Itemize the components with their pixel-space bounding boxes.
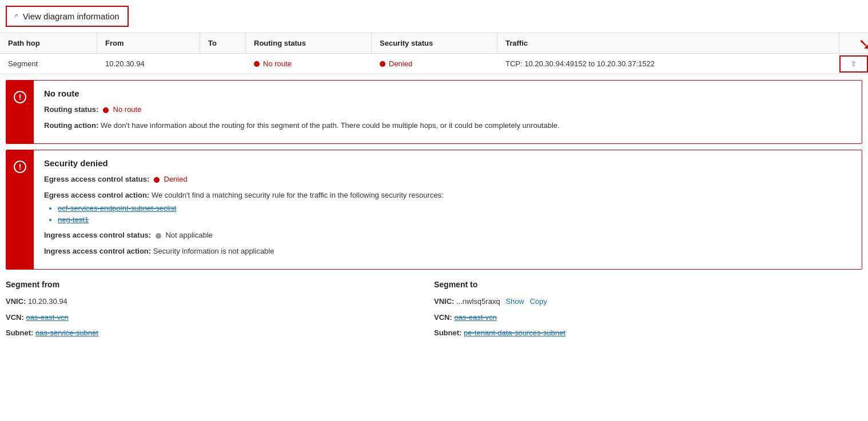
- ingress-action-row: Ingress access control action: Security …: [44, 246, 851, 257]
- segment-from-title: Segment from: [6, 280, 423, 289]
- egress-action-row: Egress access control action: We couldn'…: [44, 190, 851, 226]
- routing-action-text: We don't have information about the rout…: [101, 121, 560, 130]
- security-card-sidebar: !: [6, 150, 34, 269]
- view-diagram-button[interactable]: ^ View diagram information: [6, 6, 129, 27]
- expand-button[interactable]: ➘ ⇧: [839, 55, 868, 73]
- ingress-action-label: Ingress access control action:: [44, 247, 151, 255]
- segment-to-subnet-label: Subnet:: [434, 328, 461, 337]
- routing-status-label: Routing status:: [44, 105, 98, 114]
- egress-dot-wrap: [154, 175, 164, 183]
- th-path-hop: Path hop: [0, 33, 97, 53]
- egress-action-label: Egress access control action:: [44, 191, 149, 199]
- routing-status-row: Routing status: No route: [44, 104, 851, 115]
- routing-status-value: No route: [263, 59, 292, 68]
- egress-dot: [154, 177, 160, 183]
- egress-action-text: We couldn't find a matching security rul…: [152, 191, 444, 199]
- segment-section: Segment from VNIC: 10.20.30.94 VCN: oas-…: [6, 280, 862, 343]
- routing-dot: [103, 107, 109, 113]
- routing-action-row: Routing action: We don't have informatio…: [44, 120, 851, 131]
- td-security-status: Denied: [372, 54, 497, 74]
- security-card-body: Security denied Egress access control st…: [34, 150, 862, 269]
- segment-to-subnet-link[interactable]: pe-tenant-data-sources-subnet: [464, 328, 566, 337]
- no-route-title: No route: [44, 89, 851, 98]
- segment-from-subnet-link[interactable]: oas-service-subnet: [35, 328, 98, 337]
- segment-from-vnic: VNIC: 10.20.30.94: [6, 296, 423, 307]
- table-header: Path hop From To Routing status Security…: [0, 33, 868, 54]
- segment-to-subnet: Subnet: pe-tenant-data-sources-subnet: [434, 327, 851, 339]
- routing-status-dot: [254, 61, 260, 67]
- td-from: 10.20.30.94: [97, 54, 200, 74]
- exclaim-icon: !: [14, 91, 26, 103]
- ingress-action-text: Security information is not applicable: [153, 247, 274, 255]
- segment-to-vcn: VCN: oas-east-vcn: [434, 312, 851, 323]
- segment-to-title: Segment to: [434, 280, 851, 289]
- top-bar-title: View diagram information: [23, 11, 120, 21]
- routing-status-card-value: No route: [113, 105, 142, 114]
- no-route-card-sidebar: !: [6, 81, 34, 143]
- security-denied-card: ! Security denied Egress access control …: [6, 150, 862, 270]
- segment-to-vnic-label: VNIC:: [434, 297, 454, 306]
- ingress-dot-wrap: [156, 231, 166, 239]
- egress-status-value: Denied: [164, 175, 188, 183]
- segment-from-vnic-value: 10.20.30.94: [28, 297, 67, 306]
- th-to: To: [200, 33, 246, 53]
- row-chevron-up-icon: ⇧: [851, 60, 857, 68]
- segment-from-col: Segment from VNIC: 10.20.30.94 VCN: oas-…: [6, 280, 434, 343]
- no-route-card-body: No route Routing status: No route Routin…: [34, 81, 862, 143]
- td-routing-status: No route: [246, 54, 372, 74]
- egress-status-label: Egress access control status:: [44, 175, 149, 183]
- ingress-dot: [156, 233, 161, 239]
- segment-to-copy-link[interactable]: Copy: [529, 297, 547, 306]
- th-expand: [839, 33, 868, 53]
- th-from: From: [97, 33, 200, 53]
- routing-action-label: Routing action:: [44, 121, 98, 130]
- segment-from-vnic-label: VNIC:: [6, 297, 26, 306]
- security-title: Security denied: [44, 158, 851, 168]
- segment-to-vcn-link[interactable]: oas-east-vcn: [454, 313, 496, 322]
- egress-negtest-link[interactable]: neg-test1: [58, 215, 89, 224]
- table-row: Segment 10.20.30.94 No route Denied TCP:…: [0, 54, 868, 74]
- segment-to-vnic: VNIC: ...nwlsq5raxq Show Copy: [434, 296, 851, 307]
- segment-from-subnet-label: Subnet:: [6, 328, 33, 337]
- segment-to-show-link[interactable]: Show: [505, 297, 524, 306]
- segment-from-subnet: Subnet: oas-service-subnet: [6, 327, 423, 339]
- ingress-status-label: Ingress access control status:: [44, 231, 151, 239]
- egress-status-row: Egress access control status: Denied: [44, 174, 851, 185]
- th-traffic: Traffic: [497, 33, 839, 53]
- segment-from-vcn: VCN: oas-east-vcn: [6, 312, 423, 323]
- egress-link-2[interactable]: neg-test1: [58, 214, 851, 226]
- segment-to-vcn-label: VCN:: [434, 313, 452, 322]
- chevron-up-icon: ^: [15, 13, 18, 21]
- egress-link-1[interactable]: ocf-services-endpoint-subnet-seclist: [58, 203, 851, 214]
- security-exclaim-icon: !: [14, 161, 26, 173]
- security-status-dot: [380, 61, 385, 67]
- segment-to-vnic-value: ...nwlsq5raxq: [456, 297, 500, 306]
- td-to: [200, 58, 246, 70]
- th-routing-status: Routing status: [246, 33, 372, 53]
- th-security-status: Security status: [372, 33, 497, 53]
- segment-to-col: Segment to VNIC: ...nwlsq5raxq Show Copy…: [434, 280, 862, 343]
- no-route-card: ! No route Routing status: No route Rout…: [6, 80, 862, 144]
- security-status-value: Denied: [389, 59, 412, 68]
- segment-from-vcn-link[interactable]: oas-east-vcn: [26, 313, 68, 322]
- td-traffic: TCP: 10.20.30.94:49152 to 10.20.30.37:15…: [497, 54, 839, 74]
- td-path-hop: Segment: [0, 54, 97, 74]
- egress-seclist-link[interactable]: ocf-services-endpoint-subnet-seclist: [58, 204, 176, 212]
- ingress-status-row: Ingress access control status: Not appli…: [44, 230, 851, 241]
- ingress-status-value: Not applicable: [165, 231, 212, 239]
- routing-status-dot-inline: [103, 105, 113, 114]
- segment-from-vcn-label: VCN:: [6, 313, 24, 322]
